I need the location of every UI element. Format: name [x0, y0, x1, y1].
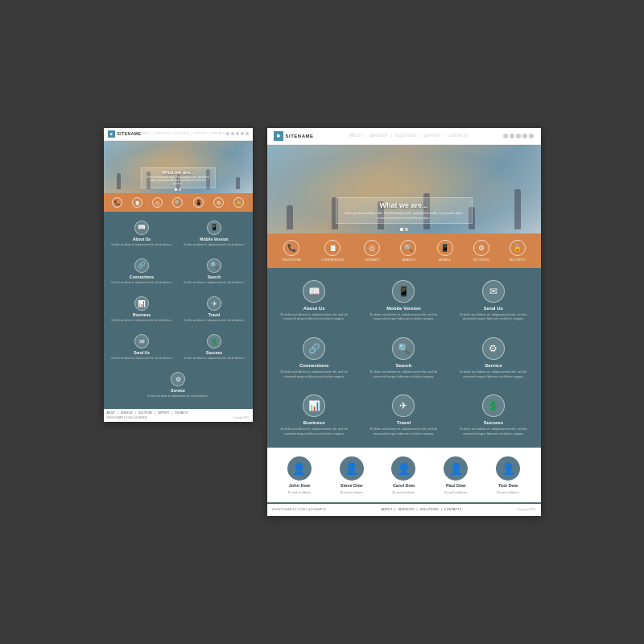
large-dot-2[interactable] — [405, 228, 408, 231]
small-footer-contacts[interactable]: CONTACTS — [175, 411, 188, 415]
large-footer: WWW.EXAMPLE.COM | @EXAMPLE ABOUT | SERVI… — [267, 502, 541, 516]
small-logo-icon: ■ — [108, 130, 115, 138]
small-footer: ABOUT | SERVICES | SOLUTIONS | SUPPORT |… — [104, 407, 253, 422]
small-feat-title-7: Send Us — [134, 350, 150, 355]
large-bar-item-5[interactable]: 📱 MOBILE — [437, 240, 453, 262]
large-feat-desc-7: Et dolor aut labore et, adipiscement eli… — [276, 427, 353, 436]
small-feat-title-6: Travel — [208, 312, 220, 317]
large-bar-icon-2: 📋 — [324, 240, 341, 256]
large-figure-1 — [287, 205, 293, 229]
large-nav-solutions[interactable]: SOLUTIONS — [395, 134, 416, 138]
large-feat-desc-6: Et dolor aut labore et, adipiscement eli… — [455, 369, 531, 378]
large-name-paul: Paul Dow — [446, 483, 466, 488]
large-footer-solutions[interactable]: SOLUTIONS — [420, 507, 439, 511]
large-social-3[interactable] — [516, 134, 521, 138]
large-nav-contacts[interactable]: CONTACTS — [448, 134, 468, 138]
small-nav-services[interactable]: SERVICES — [155, 132, 169, 135]
large-hero-text-box: What we are... Some professionally craft… — [336, 197, 473, 223]
large-team-steve: 👤 Steve Dow Et sed ut labore — [340, 456, 364, 494]
large-social-2[interactable] — [510, 134, 514, 138]
large-bar-icon-1: 📞 — [283, 240, 299, 256]
small-feat-desc-6: Et dolor aut labore et, adipiscement eli… — [184, 319, 244, 322]
small-feat-icon-5: 📊 — [134, 296, 149, 311]
large-role-tom: Et sed ut labore — [497, 490, 519, 494]
large-bar-item-4[interactable]: 🔍 SEARCH — [400, 240, 416, 262]
small-footer-support[interactable]: SUPPORT — [158, 411, 169, 415]
small-bar-item-4[interactable]: 🔍 — [172, 197, 183, 208]
large-avatar-paul: 👤 — [444, 456, 468, 481]
large-footer-contacts[interactable]: CONTACTS — [444, 507, 462, 511]
large-feat-icon-8: ✈ — [392, 394, 415, 417]
large-hero-title: What we are... — [343, 201, 465, 209]
large-dot-1[interactable] — [400, 228, 403, 231]
small-feat-icon-3: 🔗 — [134, 258, 149, 273]
small-nav-support[interactable]: SUPPORT — [193, 132, 207, 135]
large-logo-icon: ■ — [274, 131, 283, 141]
large-role-carol: Et sed ut labore — [392, 490, 415, 494]
small-bar-item-5[interactable]: 📱 — [193, 197, 204, 208]
small-social-3[interactable] — [236, 132, 239, 135]
large-feat-desc-1: Et dolor aut labore et, adipiscement eli… — [276, 312, 353, 321]
small-feat-desc-8: Et dolor aut labore et, adipiscement eli… — [184, 357, 244, 360]
small-feature-2: 📱 Mobile Version Et dolor aut labore et,… — [180, 217, 249, 250]
small-bar-item-3[interactable]: ◎ — [152, 197, 163, 208]
small-logo-area: ■ SITENAME — [108, 130, 142, 138]
large-social-5[interactable] — [529, 134, 534, 138]
small-bar-item-6[interactable]: ⚙ — [213, 197, 224, 208]
small-footer-services[interactable]: SERVICES — [121, 411, 133, 415]
large-bar-label-7: SECURITY — [510, 258, 526, 262]
small-footer-solutions[interactable]: SOLUTIONS — [138, 411, 152, 415]
small-content: 📖 About Us Et dolor aut labore et, adipi… — [104, 212, 253, 407]
large-bar-item-6[interactable]: ⚙ SETTINGS — [473, 240, 489, 262]
large-team-john: 👤 John Dow Et sed ut labore — [287, 456, 312, 494]
large-feat-icon-9: 💲 — [482, 394, 505, 417]
small-dot-1[interactable] — [175, 188, 177, 191]
small-feat-icon-7: ✉ — [134, 334, 149, 349]
large-nav-support[interactable]: SUPPORT — [423, 134, 441, 138]
small-social-4[interactable] — [241, 132, 244, 135]
large-bar-item-7[interactable]: 🔒 SECURITY — [510, 240, 526, 262]
large-avatar-steve: 👤 — [340, 456, 364, 481]
small-nav-contacts[interactable]: CONTACTS — [211, 132, 226, 135]
large-nav-services[interactable]: SERVICES — [369, 134, 388, 138]
large-footer-about[interactable]: ABOUT — [382, 507, 393, 511]
small-social-2[interactable] — [231, 132, 234, 135]
large-social-1[interactable] — [503, 134, 508, 138]
large-feat-icon-4: 🔗 — [303, 337, 325, 360]
large-bar-icon-4: 🔍 — [400, 240, 416, 256]
small-dot-2[interactable] — [179, 188, 181, 191]
large-name-tom: Tom Dow — [498, 483, 518, 488]
large-team-paul: 👤 Paul Dow Et sed ut labore — [444, 456, 468, 494]
small-bar-item-1[interactable]: 📞 — [112, 197, 122, 208]
small-bar-item-7[interactable]: 🔒 — [233, 197, 244, 208]
large-team-grid: 👤 John Dow Et sed ut labore 👤 Steve Dow … — [274, 456, 535, 494]
small-feature-6: ✈ Travel Et dolor aut labore et, adipisc… — [180, 292, 249, 326]
small-footer-about[interactable]: ABOUT — [107, 411, 115, 415]
small-feature-1: 📖 About Us Et dolor aut labore et, adipi… — [108, 217, 176, 250]
small-nav-solutions[interactable]: SOLUTIONS — [173, 132, 189, 135]
small-nav-about[interactable]: ABOUT — [141, 132, 151, 135]
large-bar-item-1[interactable]: 📞 TELEPHONE — [282, 240, 301, 262]
large-feat-icon-2: 📱 — [392, 280, 415, 303]
large-bar-item-3[interactable]: ◎ CONTACT — [364, 240, 380, 262]
large-feature-2: 📱 Mobile Version Et dolor aut labore et,… — [363, 276, 444, 325]
mockup-container: ■ SITENAME ABOUT | SERVICES | SOLUTIONS … — [88, 112, 557, 533]
large-footer-services[interactable]: SERVICES — [398, 507, 414, 511]
small-feat-title-3: Connections — [130, 275, 154, 279]
small-bar-icon-6: ⚙ — [213, 197, 224, 208]
small-feat-desc-7: Et dolor aut labore et, adipiscement eli… — [111, 357, 171, 360]
large-nav-about[interactable]: ABOUT — [349, 134, 362, 138]
large-role-steve: Et sed ut labore — [341, 490, 363, 494]
small-bar-item-2[interactable]: 📋 — [132, 197, 142, 208]
small-social-5[interactable] — [246, 132, 249, 135]
large-footer-top: WWW.EXAMPLE.COM | @EXAMPLE ABOUT | SERVI… — [272, 507, 536, 511]
large-logo-text: SITENAME — [286, 134, 314, 138]
large-social-4[interactable] — [522, 134, 527, 138]
small-bar-icon-3: ◎ — [152, 197, 163, 208]
small-social-1[interactable] — [226, 132, 229, 135]
large-header: ■ SITENAME ABOUT | SERVICES | SOLUTIONS … — [267, 128, 541, 145]
large-hero: What we are... Some professionally craft… — [267, 145, 541, 233]
small-nav-sep4: | — [208, 132, 209, 135]
large-bar-item-2[interactable]: 📋 CONFERENCE — [321, 240, 344, 262]
small-hero-bg: What we are... Some professionally craft… — [104, 141, 253, 193]
